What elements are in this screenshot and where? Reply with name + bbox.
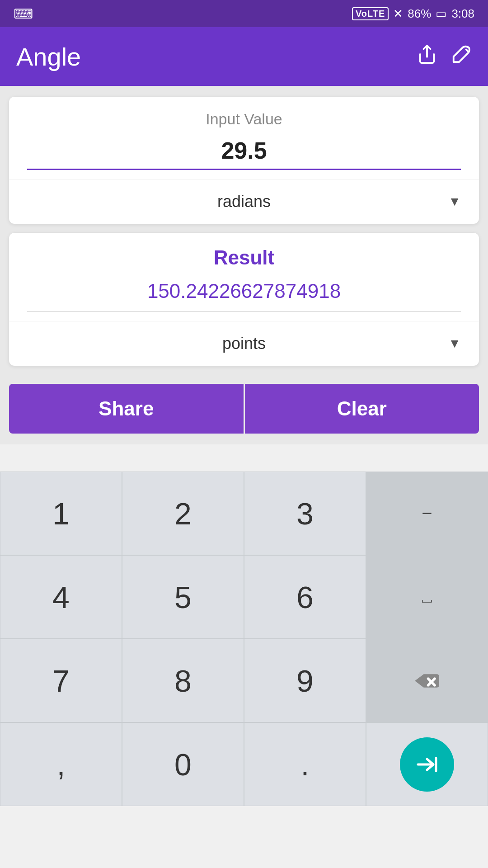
- clear-button[interactable]: Clear: [245, 384, 479, 434]
- input-dropdown-arrow: ▼: [448, 194, 461, 209]
- status-bar-right: VoLTE ✕ 86% ▭ 3:08: [352, 7, 474, 21]
- share-button[interactable]: Share: [9, 384, 244, 434]
- key-9[interactable]: 9: [244, 639, 366, 722]
- keyboard-row-4: , 0 .: [0, 722, 488, 806]
- app-bar: Angle: [0, 27, 488, 86]
- key-2[interactable]: 2: [122, 472, 244, 555]
- input-card: Input Value radians ▼: [9, 97, 479, 224]
- key-0[interactable]: 0: [122, 722, 244, 806]
- keyboard-row-2: 4 5 6 ⎵: [0, 555, 488, 639]
- battery-icon: ▭: [436, 7, 447, 21]
- input-section: Input Value: [9, 97, 479, 170]
- key-backspace[interactable]: [366, 639, 488, 722]
- keyboard-icon: ⌨: [14, 6, 33, 22]
- result-unit-label: points: [222, 334, 266, 353]
- keyboard-row-1: 1 2 3 −: [0, 472, 488, 555]
- share-icon[interactable]: [417, 44, 437, 70]
- key-8[interactable]: 8: [122, 639, 244, 722]
- key-6[interactable]: 6: [244, 555, 366, 639]
- input-unit-dropdown[interactable]: radians ▼: [9, 179, 479, 224]
- input-label: Input Value: [27, 110, 461, 128]
- numeric-keyboard: 1 2 3 − 4 5 6 ⎵ 7 8 9 , 0 .: [0, 472, 488, 806]
- key-space[interactable]: ⎵: [366, 555, 488, 639]
- signal-icon: ✕: [393, 7, 403, 21]
- time-display: 3:08: [451, 7, 474, 21]
- key-minus[interactable]: −: [366, 472, 488, 555]
- action-buttons: Share Clear: [9, 384, 479, 434]
- result-section: Result 150.24226627874918: [9, 233, 479, 312]
- key-enter[interactable]: [400, 737, 454, 792]
- key-enter-cell: [366, 722, 488, 806]
- brush-icon[interactable]: [451, 44, 472, 70]
- key-comma[interactable]: ,: [0, 722, 122, 806]
- value-input[interactable]: [27, 137, 461, 170]
- svg-line-1: [466, 49, 469, 52]
- key-7[interactable]: 7: [0, 639, 122, 722]
- status-bar-left: ⌨: [14, 6, 33, 22]
- battery-level: 86%: [408, 7, 431, 21]
- result-value: 150.24226627874918: [27, 280, 461, 312]
- input-unit-label: radians: [217, 192, 271, 211]
- key-dot[interactable]: .: [244, 722, 366, 806]
- status-bar: ⌨ VoLTE ✕ 86% ▭ 3:08: [0, 0, 488, 27]
- key-3[interactable]: 3: [244, 472, 366, 555]
- volte-badge: VoLTE: [352, 7, 389, 20]
- main-content: Input Value radians ▼ Result 150.2422662…: [0, 86, 488, 444]
- key-5[interactable]: 5: [122, 555, 244, 639]
- result-label: Result: [27, 246, 461, 269]
- result-unit-dropdown[interactable]: points ▼: [9, 321, 479, 366]
- app-title: Angle: [16, 42, 81, 71]
- keyboard-row-3: 7 8 9: [0, 639, 488, 722]
- result-dropdown-arrow: ▼: [448, 336, 461, 351]
- key-4[interactable]: 4: [0, 555, 122, 639]
- keyboard-spacer: [0, 444, 488, 472]
- result-card: Result 150.24226627874918 points ▼: [9, 233, 479, 366]
- app-bar-actions: [417, 44, 472, 70]
- key-1[interactable]: 1: [0, 472, 122, 555]
